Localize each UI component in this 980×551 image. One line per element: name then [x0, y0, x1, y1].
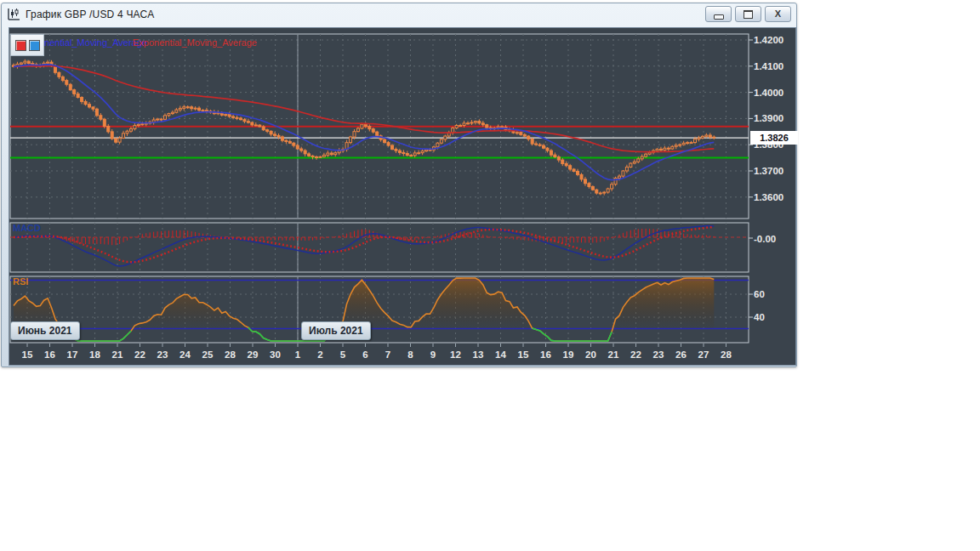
candle-body: [134, 126, 136, 129]
candle-body: [516, 133, 518, 133]
candle-body: [81, 98, 83, 102]
candle-body: [164, 116, 167, 120]
candlestick-chart-icon: [7, 8, 20, 20]
candle-body: [554, 155, 556, 156]
candle-body: [667, 148, 669, 149]
macd-signal-line: [14, 227, 714, 262]
indicator-buttons-box: [10, 34, 44, 56]
candle-body: [240, 118, 242, 120]
candle-body: [361, 124, 363, 128]
x-axis-label: 5: [340, 349, 346, 360]
candle-body: [641, 156, 643, 159]
x-axis-label: 18: [89, 349, 100, 360]
candle-body: [47, 62, 49, 63]
x-axis-label: 16: [540, 349, 551, 360]
x-axis-label: 24: [179, 349, 191, 360]
close-icon: X: [775, 9, 781, 19]
month-label-june: Июнь 2021: [10, 321, 80, 340]
candle-body: [625, 167, 628, 170]
candle-body: [486, 125, 488, 128]
x-axis-label: 17: [67, 349, 78, 360]
candle-body: [538, 145, 541, 145]
candle-body: [168, 114, 170, 116]
candle-body: [225, 115, 227, 116]
candle-body: [288, 141, 291, 143]
x-axis-label: 23: [157, 349, 168, 360]
price-tick-label: 1.4000: [754, 88, 783, 98]
candle-body: [467, 123, 470, 124]
candle-body: [304, 151, 306, 154]
x-axis-label: 20: [585, 349, 596, 360]
candle-body: [459, 126, 462, 127]
main-panel: [10, 34, 749, 219]
candle-body: [236, 117, 238, 118]
restore-button[interactable]: [735, 6, 761, 22]
x-axis-label: 8: [407, 349, 413, 360]
candle-body: [682, 143, 685, 145]
candle-body: [603, 192, 606, 193]
candle-body: [77, 94, 79, 97]
candle-body: [194, 108, 197, 109]
red-indicator-button[interactable]: [15, 40, 26, 51]
x-axis-label: 1: [295, 349, 301, 360]
rsi-tick-label: 60: [754, 289, 765, 299]
candle-body: [573, 169, 575, 171]
candle-body: [633, 162, 635, 163]
candle-body: [20, 63, 22, 64]
x-axis-label: 19: [563, 349, 574, 360]
candle-body: [694, 139, 697, 143]
x-axis-label: 21: [112, 349, 123, 360]
candle-body: [645, 154, 647, 156]
candle-body: [66, 81, 68, 85]
x-axis-label: 6: [362, 349, 368, 360]
candle-body: [126, 131, 128, 133]
candle-body: [330, 153, 333, 155]
candle-body: [58, 72, 60, 77]
window-titlebar[interactable]: График GBP /USD 4 ЧАСА X: [2, 3, 796, 25]
minimize-button[interactable]: [705, 6, 732, 22]
candle-body: [599, 193, 601, 194]
candle-body: [452, 128, 454, 133]
candle-body: [705, 135, 708, 136]
candle-body: [175, 110, 178, 112]
x-axis-label: 23: [653, 349, 664, 360]
candle-body: [228, 115, 231, 116]
candle-body: [622, 171, 624, 176]
x-axis-label: 28: [225, 349, 236, 360]
close-button[interactable]: X: [765, 6, 791, 22]
candle-body: [160, 119, 162, 120]
x-axis-label: 9: [430, 349, 436, 360]
candle-body: [535, 144, 538, 145]
candle-body: [137, 124, 140, 125]
candle-body: [664, 148, 666, 150]
candle-body: [311, 156, 314, 156]
candle-body: [122, 133, 125, 139]
candle-body: [179, 108, 181, 110]
candle-body: [398, 151, 401, 152]
candle-body: [107, 127, 110, 132]
candle-body: [281, 137, 283, 140]
candle-body: [463, 123, 465, 126]
candle-body: [501, 127, 504, 128]
candle-body: [440, 139, 442, 143]
candle-body: [659, 149, 662, 150]
price-chart[interactable]: 1.42001.41001.40001.39001.38001.37001.36…: [9, 28, 794, 363]
candle-body: [611, 185, 613, 189]
candle-body: [24, 61, 26, 63]
x-axis-label: 25: [202, 349, 214, 360]
candle-body: [73, 90, 76, 94]
x-axis-label: 26: [675, 349, 687, 360]
current-price-tag: 1.3826: [750, 131, 798, 145]
candle-body: [205, 111, 208, 111]
candle-body: [569, 166, 572, 169]
candle-body: [296, 145, 299, 149]
blue-indicator-button[interactable]: [29, 40, 40, 51]
candle-body: [546, 148, 549, 151]
candle-body: [54, 66, 56, 73]
candle-body: [183, 107, 185, 109]
candle-body: [413, 153, 416, 156]
candle-body: [402, 152, 405, 153]
candle-body: [557, 157, 560, 161]
minimize-icon: [714, 14, 724, 20]
candle-body: [319, 156, 322, 157]
